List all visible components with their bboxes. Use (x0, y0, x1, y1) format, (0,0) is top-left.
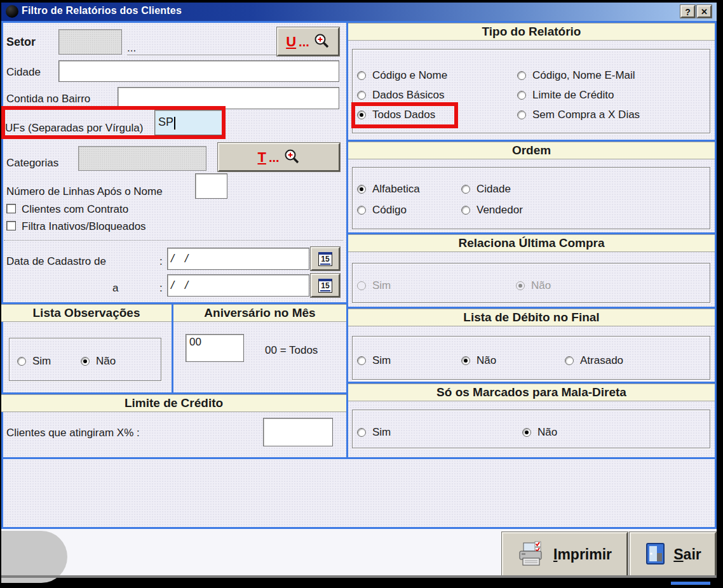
calendar-a-button[interactable]: 15 (311, 274, 340, 297)
imprimir-label: Imprimir (553, 546, 612, 563)
help-button[interactable]: ? (680, 5, 695, 18)
divider (1, 457, 717, 459)
radio-icon (17, 357, 26, 366)
radio-icon (357, 110, 366, 119)
radio-icon (357, 185, 366, 194)
radio-icon (81, 357, 90, 366)
aniversario-input[interactable]: 00 (186, 334, 244, 362)
data-a-input[interactable]: / / (167, 274, 309, 297)
categorias-field[interactable] (78, 146, 206, 171)
radio-debito-sim[interactable]: Sim (357, 354, 391, 368)
inativos-label: Filtra Inativos/Bloqueados (22, 220, 146, 233)
ufs-label: UFs (Separadas por Vírgula) (5, 122, 143, 135)
radio-icon (517, 110, 526, 119)
inativos-checkbox[interactable] (6, 221, 16, 231)
linhas-label: Número de Linhas Após o Nome (6, 185, 163, 198)
radio-icon (357, 206, 366, 215)
limite-credito-input[interactable] (263, 418, 333, 446)
title-bar[interactable]: Filtro de Relatórios dos Clientes ? ✕ (1, 3, 717, 21)
screenshot: Filtro de Relatórios dos Clientes ? ✕ Se… (0, 0, 723, 588)
exit-door-icon (644, 542, 667, 566)
cidade-label: Cidade (6, 66, 41, 79)
sair-button[interactable]: Sair (630, 532, 716, 577)
calendar-icon: 15 (318, 279, 332, 293)
app-icon (6, 5, 18, 18)
radio-icon (522, 428, 531, 437)
section-title-ordem: Ordem (348, 142, 715, 159)
setor-field[interactable] (58, 29, 122, 55)
section-title-aniversario: Aniversário no Mês (173, 304, 346, 322)
radio-icon (357, 71, 366, 80)
radio-alfabetica[interactable]: Alfabetica (357, 182, 420, 196)
linhas-input[interactable] (195, 173, 227, 199)
setor-ellipsis: ... (127, 42, 136, 55)
radio-cidade[interactable]: Cidade (461, 182, 511, 196)
divider (4, 240, 343, 241)
data-de-input[interactable]: / / (167, 248, 309, 270)
radio-icon (517, 91, 526, 100)
radio-vendedor[interactable]: Vendedor (461, 203, 523, 217)
radio-icon (461, 206, 470, 215)
radio-debito-nao[interactable]: Não (461, 354, 496, 368)
section-title-limite-credito: Limite de Crédito (1, 394, 346, 412)
window-title: Filtro de Relatórios dos Clientes (22, 5, 182, 17)
printer-icon (518, 541, 547, 568)
radio-icon (357, 356, 366, 365)
bairro-label: Contida no Bairro (6, 93, 90, 105)
radio-icon (461, 356, 470, 365)
close-button[interactable]: ✕ (697, 5, 712, 18)
radio-codigo[interactable]: Código (357, 203, 407, 217)
sair-label: Sair (673, 546, 701, 563)
radio-mala-nao[interactable]: Não (522, 425, 557, 439)
aniversario-hint: 00 = Todos (265, 344, 318, 357)
section-title-tipo-relatorio: Tipo do Relatório (348, 23, 715, 41)
section-title-relaciona-ultima-compra: Relaciona Última Compra (348, 234, 715, 252)
section-title-mala-direta: Só os Marcados para Mala-Direta (348, 384, 715, 401)
radio-codigo-nome-email[interactable]: Código, Nome E-Mail (517, 69, 635, 83)
radio-observacoes-sim[interactable]: Sim (17, 354, 51, 368)
radio-icon (517, 71, 526, 80)
radio-icon (461, 185, 470, 194)
radio-relaciona-sim: Sim (357, 279, 391, 293)
radio-dados-basicos[interactable]: Dados Básicos (357, 88, 444, 102)
radio-sem-compra-x-dias[interactable]: Sem Compra a X Dias (517, 108, 640, 122)
imprimir-button[interactable]: Imprimir (502, 532, 628, 577)
radio-codigo-e-nome[interactable]: Código e Nome (357, 69, 447, 83)
radio-icon (357, 91, 366, 100)
calendar-de-button[interactable]: 15 (311, 247, 340, 271)
radio-icon (565, 356, 574, 365)
colon: : (159, 255, 163, 268)
radio-observacoes-nao[interactable]: Não (81, 354, 116, 368)
divider (1, 21, 3, 575)
radio-mala-sim[interactable]: Sim (357, 425, 391, 439)
colon: : (159, 282, 163, 295)
lista-debito-group (352, 336, 710, 380)
dialog-filtro-relatorios: Filtro de Relatórios dos Clientes ? ✕ Se… (1, 3, 717, 575)
categorias-lookup-button[interactable]: T... (218, 143, 340, 171)
magnifier-icon (283, 149, 301, 166)
ufs-input[interactable]: SP (154, 110, 223, 135)
radio-icon (357, 281, 366, 290)
window-edge-fragment (671, 582, 710, 585)
radio-debito-atrasado[interactable]: Atrasado (565, 354, 623, 368)
window-edge (1, 575, 717, 578)
ordem-group (352, 167, 710, 229)
contrato-checkbox[interactable] (6, 204, 16, 213)
calendar-icon: 15 (318, 252, 332, 266)
section-title-lista-observacoes: Lista Observações (1, 304, 172, 322)
radio-todos-dados[interactable]: Todos Dados (357, 108, 435, 122)
data-cadastro-de-label: Data de Cadastro de (6, 255, 106, 268)
bairro-input[interactable] (118, 87, 339, 109)
divider (127, 55, 277, 55)
setor-label: Setor (6, 36, 36, 49)
section-title-lista-debito: Lista de Débito no Final (348, 309, 715, 326)
setor-lookup-button[interactable]: U... (277, 27, 339, 56)
contrato-label: Clientes com Contrato (22, 203, 128, 216)
magnifier-icon (313, 33, 330, 50)
radio-limite-credito[interactable]: Limite de Crédito (517, 88, 614, 102)
limite-credito-label: Clientes que atingiram X% : (6, 427, 140, 439)
radio-icon (516, 281, 525, 290)
cidade-input[interactable] (58, 60, 339, 82)
radio-relaciona-nao: Não (516, 279, 551, 293)
data-cadastro-a-label: a (112, 282, 118, 295)
